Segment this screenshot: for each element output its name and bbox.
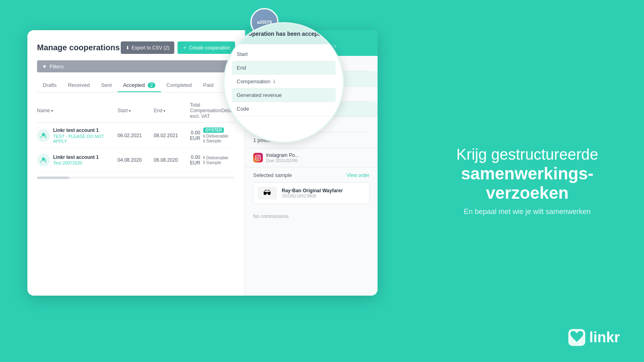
col-end: End ▾ [154, 102, 190, 119]
notif-row-revenue: Generated revenue [232, 88, 336, 102]
row2-deliverable: ℹ Deliverable [203, 155, 235, 160]
page-title: Manage cooperations [37, 43, 120, 52]
left-panel: Manage cooperations ⬇ Export to CSV (2) … [27, 30, 245, 296]
right-text-section: Krijg gestructureerde samenwerkings- ver… [443, 146, 612, 216]
compensation-info-icon: ℹ [273, 79, 275, 84]
row2-name-info: Linkr test account 1 Test 20072020 [53, 154, 99, 166]
table-row[interactable]: Linkr test account 1 TEST - PLEASE DO NO… [37, 123, 235, 149]
col-start: Start ▾ [118, 102, 154, 119]
no-commissions: No commissions [245, 209, 378, 224]
row2-end: 06.08.2020 [154, 157, 190, 163]
table: Name ▾ Start ▾ End ▾ Total Compensation … [37, 99, 235, 179]
sample-section-header: Selected sample View order [253, 172, 369, 178]
account-icon-1 [37, 129, 50, 142]
row2-details: ℹ Deliverable ℹ Sample [203, 155, 235, 165]
linkr-logo-text: linkr [589, 329, 620, 346]
row2-name-cell: Linkr test account 1 Test 20072020 [37, 154, 118, 167]
selected-sample-section: Selected sample View order 🕶 Ray-Ban Ori… [245, 167, 378, 209]
notif-row-end: End [232, 61, 336, 75]
panel-header: Manage cooperations ⬇ Export to CSV (2) … [37, 41, 235, 54]
col-compensation: Total Compensation excl. VAT [190, 102, 221, 119]
row2-start: 04.08.2020 [118, 157, 154, 163]
tagline-line1: Krijg gestructureerde [443, 146, 612, 164]
row1-name-cell: Linkr test account 1 TEST - PLEASE DO NO… [37, 128, 118, 144]
row1-amount: 0.00 EUR [190, 130, 203, 141]
linkr-logo-bottom: linkr [568, 329, 620, 346]
row2-amount: 0.00 EUR [190, 154, 203, 166]
table-header: Name ▾ Start ▾ End ▾ Total Compensation … [37, 99, 235, 123]
filters-label: ▼ Filters [42, 64, 64, 70]
row2-sample: ℹ Sample [203, 160, 235, 165]
notif-row-code: Code [234, 102, 333, 116]
tagline-line2: samenwerkings- verzoeken [443, 164, 612, 203]
linkr-heart-icon [568, 329, 585, 346]
row1-name-info: Linkr test account 1 TEST - PLEASE DO NO… [53, 128, 118, 144]
col-name: Name ▾ [37, 102, 118, 119]
plus-icon: ＋ [182, 44, 187, 51]
tab-paid[interactable]: Paid [197, 79, 219, 92]
notification-bubble: Cooperation has been accepted Start End … [223, 22, 344, 143]
tab-completed[interactable]: Completed [161, 79, 198, 92]
instagram-icon [253, 153, 263, 162]
dot-icon-4: ℹ [203, 160, 205, 165]
row1-details: OYSTER ℹ Deliverable ℹ Sample [203, 128, 235, 143]
ig-details: Instagram Po... Due 2021/02/06 [266, 152, 299, 163]
filters-bar[interactable]: ▼ Filters ⤢ [37, 60, 235, 72]
table-row[interactable]: Linkr test account 1 Test 20072020 04.08… [37, 149, 235, 172]
create-cooperation-button[interactable]: ＋ Create cooperation [178, 41, 235, 54]
sort-end-icon[interactable]: ▾ [163, 109, 165, 113]
export-csv-button[interactable]: ⬇ Export to CSV (2) [121, 41, 174, 54]
dot-icon-2: ℹ [203, 139, 205, 143]
row1-start: 06.02.2021 [118, 133, 154, 138]
scroll-thumb [37, 177, 69, 179]
header-buttons: ⬇ Export to CSV (2) ＋ Create cooperation [121, 41, 235, 54]
instagram-info: Instagram Po... Due 2021/02/06 [253, 152, 299, 163]
view-order-link[interactable]: View order [347, 173, 369, 178]
notif-row-start: Start [234, 47, 333, 61]
tab-sent[interactable]: Sent [95, 79, 118, 92]
tab-accepted[interactable]: Accepted 2 [118, 79, 161, 92]
filter-icon: ▼ [42, 64, 47, 70]
tagline-subtitle: En bepaal met wie je wilt samenwerken [443, 208, 612, 216]
tab-drafts[interactable]: Drafts [37, 79, 62, 92]
scroll-area[interactable] [37, 177, 235, 179]
tab-received[interactable]: Received [62, 79, 95, 92]
status-badge-1: OYSTER [203, 128, 224, 133]
dot-icon: ℹ [203, 134, 205, 138]
dot-icon-3: ℹ [203, 155, 205, 160]
row1-deliverable: ℹ Deliverable [203, 134, 235, 138]
sort-name-icon[interactable]: ▾ [51, 109, 53, 113]
export-icon: ⬇ [126, 45, 130, 51]
accepted-badge: 2 [148, 82, 155, 88]
product-card: 🕶 Ray-Ban Original Wayfarer 350362185238… [253, 182, 369, 204]
notif-row-compensation: Compensation ℹ [234, 75, 333, 88]
instagram-row: Instagram Po... Due 2021/02/06 [245, 148, 378, 167]
row1-sample: ℹ Sample [203, 138, 235, 143]
sort-start-icon[interactable]: ▾ [129, 109, 131, 113]
account-icon-2 [37, 154, 50, 167]
tabs: Drafts Received Sent Accepted 2 Complete… [37, 79, 235, 93]
row1-end: 08.02.2021 [154, 133, 190, 138]
background: Manage cooperations ⬇ Export to CSV (2) … [0, 0, 644, 362]
product-image: 🕶 [258, 187, 277, 200]
product-info: Ray-Ban Original Wayfarer 35036218523806 [282, 188, 343, 198]
